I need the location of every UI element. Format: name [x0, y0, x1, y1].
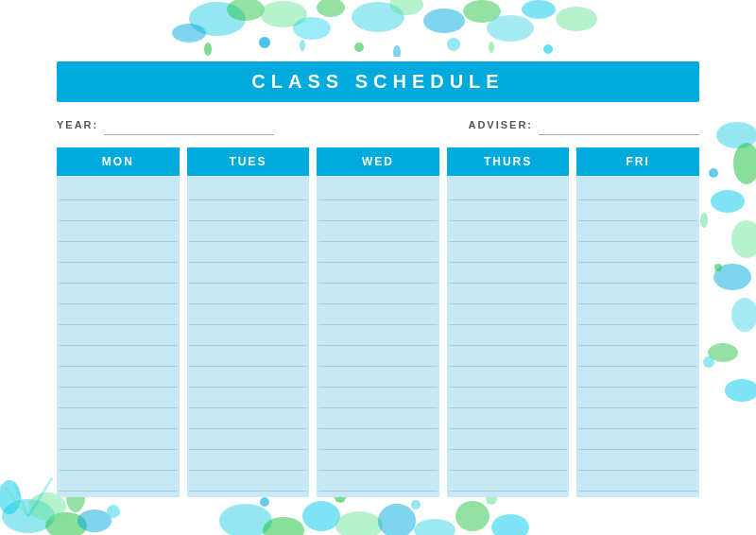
day-line — [578, 429, 697, 450]
title-bar: CLASS SCHEDULE — [57, 61, 699, 102]
deco-right — [699, 78, 756, 457]
svg-point-21 — [716, 122, 756, 148]
day-line — [59, 450, 178, 471]
svg-point-25 — [713, 264, 751, 290]
day-line — [59, 304, 178, 325]
day-line — [189, 388, 308, 408]
day-line — [59, 408, 178, 429]
svg-point-31 — [703, 356, 714, 368]
day-line — [449, 242, 568, 263]
day-line — [449, 367, 568, 388]
day-line — [59, 242, 178, 263]
adviser-label: ADVISER: — [468, 119, 533, 130]
title-text: CLASS SCHEDULE — [251, 71, 504, 92]
svg-point-35 — [0, 480, 21, 514]
svg-line-42 — [28, 478, 52, 516]
day-line — [449, 325, 568, 346]
day-line — [318, 471, 438, 492]
day-line — [59, 388, 178, 408]
day-line — [449, 200, 568, 221]
svg-point-23 — [711, 190, 745, 213]
day-line — [189, 284, 308, 304]
day-line — [578, 388, 697, 408]
svg-point-0 — [189, 2, 246, 36]
day-line — [318, 388, 438, 408]
svg-point-6 — [352, 2, 404, 32]
day-header-tues: TUES — [187, 147, 310, 176]
svg-point-15 — [447, 38, 460, 51]
svg-line-40 — [5, 488, 28, 516]
day-line — [59, 284, 178, 304]
day-line — [59, 325, 178, 346]
day-line — [449, 221, 568, 242]
svg-point-26 — [731, 298, 756, 332]
day-line — [578, 408, 697, 429]
svg-point-4 — [293, 17, 331, 40]
schedule-grid: MONTUESWEDTHURSFRI — [57, 147, 699, 497]
svg-point-44 — [263, 517, 304, 535]
day-line — [449, 429, 568, 450]
svg-point-12 — [556, 7, 597, 31]
day-column-mon: MON — [57, 147, 180, 497]
svg-point-18 — [300, 40, 305, 51]
day-body-fri — [576, 176, 699, 497]
day-line — [578, 263, 697, 284]
day-line — [578, 471, 697, 492]
day-body-tues — [187, 176, 310, 497]
day-line — [189, 471, 308, 492]
svg-point-3 — [260, 1, 307, 27]
day-line — [578, 180, 697, 200]
svg-point-20 — [489, 42, 494, 53]
day-line — [59, 180, 178, 200]
year-underline — [104, 117, 274, 135]
day-line — [578, 284, 697, 304]
page: CLASS SCHEDULE YEAR: ADVISER: MONTUESWED… — [0, 0, 756, 535]
day-line — [578, 325, 697, 346]
day-line — [318, 180, 438, 200]
day-line — [318, 346, 438, 367]
day-line — [189, 408, 308, 429]
day-line — [189, 429, 308, 450]
svg-point-7 — [389, 0, 423, 15]
adviser-underline — [539, 117, 699, 135]
svg-point-50 — [491, 514, 529, 535]
day-line — [578, 367, 697, 388]
day-line — [578, 221, 697, 242]
day-column-tues: TUES — [187, 147, 310, 497]
svg-line-41 — [14, 483, 28, 516]
deco-top — [142, 0, 614, 57]
day-line — [449, 180, 568, 200]
day-line — [449, 304, 568, 325]
day-line — [578, 304, 697, 325]
svg-point-5 — [317, 0, 345, 17]
day-line — [318, 367, 438, 388]
svg-point-29 — [709, 168, 718, 178]
svg-point-28 — [725, 379, 756, 402]
day-line — [189, 450, 308, 471]
day-line — [318, 284, 438, 304]
svg-point-2 — [172, 24, 206, 43]
svg-point-11 — [522, 0, 556, 19]
fields-row: YEAR: ADVISER: — [57, 117, 699, 132]
day-line — [578, 346, 697, 367]
day-line — [318, 450, 438, 471]
svg-point-10 — [487, 15, 534, 42]
year-label: YEAR: — [57, 119, 98, 130]
svg-point-22 — [733, 143, 756, 184]
day-body-wed — [317, 176, 439, 497]
day-line — [318, 304, 438, 325]
day-line — [449, 346, 568, 367]
day-line — [189, 304, 308, 325]
day-line — [59, 429, 178, 450]
day-line — [189, 200, 308, 221]
day-line — [449, 388, 568, 408]
day-line — [59, 346, 178, 367]
day-line — [189, 346, 308, 367]
day-line — [59, 200, 178, 221]
day-line — [578, 450, 697, 471]
svg-point-30 — [714, 264, 722, 271]
day-line — [189, 180, 308, 200]
day-line — [318, 408, 438, 429]
day-line — [318, 263, 438, 284]
svg-point-24 — [731, 220, 756, 258]
